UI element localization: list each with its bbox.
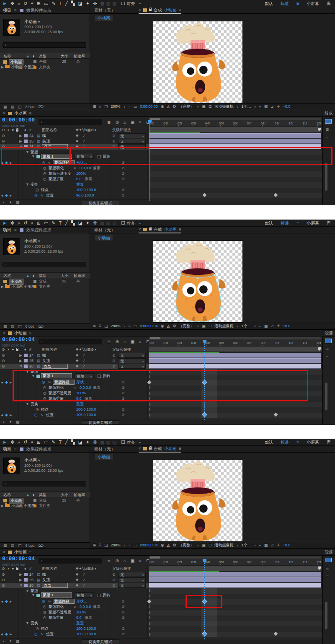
quality-switch-icon[interactable]: ❖ bbox=[75, 139, 79, 144]
zoom-tool-icon[interactable]: ⌕ bbox=[18, 439, 20, 446]
puppet-pin-tool-icon[interactable]: ✜ bbox=[93, 0, 97, 7]
pickwhip-icon[interactable]: ⊘ bbox=[121, 187, 125, 193]
draft-3d-icon[interactable]: ⊕ bbox=[115, 119, 119, 125]
workspace-item[interactable]: 库 bbox=[327, 220, 331, 227]
align-checkbox[interactable] bbox=[121, 440, 125, 444]
timeline-search-input[interactable]: ⌕ bbox=[39, 119, 102, 125]
stopwatch-icon[interactable]: ◷ bbox=[43, 176, 46, 182]
keyframe-toggle-icon[interactable]: ◆ bbox=[5, 599, 8, 604]
project-tab[interactable]: 项目 bbox=[3, 227, 11, 233]
glasses-icon[interactable]: ◫ bbox=[104, 323, 108, 329]
collapse-arrow-icon[interactable]: ▼ bbox=[19, 583, 23, 588]
camera-select[interactable]: 活动摄像机 bbox=[214, 104, 233, 109]
project-search-input[interactable]: ⌕ bbox=[3, 42, 86, 48]
workspace-item[interactable]: 默认 bbox=[265, 0, 273, 7]
region-of-interest-icon[interactable]: ▭ bbox=[134, 104, 137, 109]
keyframe-toggle-icon[interactable]: ◆ bbox=[5, 412, 8, 418]
layer-name[interactable]: 头顶 bbox=[42, 577, 50, 583]
panel-menu-icon[interactable]: ≡ bbox=[14, 227, 17, 233]
pen-tool-icon[interactable]: ✎ bbox=[52, 0, 55, 7]
pickwhip-icon[interactable]: ⊘ bbox=[121, 412, 125, 418]
label-color-chip[interactable] bbox=[24, 365, 28, 368]
footage-tab[interactable]: 素材（无） bbox=[94, 227, 115, 233]
close-icon[interactable]: × bbox=[3, 111, 5, 116]
brush-tool-icon[interactable]: ╱ bbox=[65, 0, 68, 7]
next-keyframe-icon[interactable]: ▶ bbox=[10, 412, 12, 418]
pen-tool-icon[interactable]: ✎ bbox=[52, 439, 55, 446]
anchor-value[interactable]: 100.0,100.0 bbox=[76, 407, 96, 412]
playhead-cap[interactable] bbox=[148, 120, 152, 124]
mask-feather-label[interactable]: 蒙版羽化 bbox=[49, 604, 64, 610]
mini-flowchart-icon[interactable]: ≣ bbox=[107, 558, 111, 564]
mask-expansion-label[interactable]: 蒙版扩展 bbox=[49, 176, 64, 182]
puppet-pin-tool-icon[interactable]: ✜ bbox=[93, 220, 97, 227]
close-icon[interactable]: × bbox=[139, 445, 141, 452]
sort-arrow-icon[interactable]: ▲ bbox=[26, 53, 30, 59]
keyframe-toggle-icon[interactable]: ◆ bbox=[5, 631, 8, 637]
region-of-interest-icon[interactable]: ▭ bbox=[134, 323, 137, 329]
pickwhip-icon[interactable]: ⊘ bbox=[121, 604, 125, 610]
stopwatch-icon[interactable]: ◷ bbox=[36, 187, 39, 193]
viewer-current-time[interactable]: 0:00:00:04 bbox=[140, 323, 158, 329]
next-keyframe-icon[interactable]: ▶ bbox=[10, 599, 12, 604]
position-row[interactable]: ◀ ◆ ▶ ◷ ∿ 位置 105.0,100.0 ⊘ bbox=[0, 631, 149, 637]
layer-name[interactable]: 头顶 bbox=[42, 358, 50, 364]
label-color-chip[interactable] bbox=[24, 359, 28, 362]
roto-brush-tool-icon[interactable]: ✦ bbox=[86, 439, 90, 446]
draft-3d-icon[interactable]: ⊕ bbox=[115, 558, 119, 564]
effect-controls-tab[interactable]: 效果控件点点 bbox=[26, 7, 52, 14]
position-row[interactable]: ◀ ◆ ▶ ◷ ∿ 位置 105.0,100.0 ⊘ bbox=[0, 412, 149, 418]
anchor-value[interactable]: 100.0,100.0 bbox=[76, 626, 96, 631]
eye-icon[interactable]: ⊙ bbox=[2, 583, 5, 588]
pickwhip-icon[interactable]: ⊘ bbox=[112, 364, 116, 369]
parent-link-header[interactable]: 父级和链接 bbox=[112, 566, 131, 572]
layer-duration-bar-selected[interactable] bbox=[149, 583, 321, 588]
collapse-arrow-icon[interactable]: ▼ bbox=[26, 401, 29, 407]
show-snapshot-icon[interactable]: ◭ bbox=[167, 104, 170, 109]
mask-opacity-value[interactable]: 100% bbox=[76, 171, 86, 176]
trash-icon[interactable]: ⌦ bbox=[39, 324, 44, 329]
parent-select[interactable]: 无∨ bbox=[118, 133, 146, 138]
anchor-label[interactable]: 锚点 bbox=[41, 626, 49, 631]
layer-name-edit[interactable]: 点点 bbox=[42, 583, 68, 588]
position-label[interactable]: 位置 bbox=[46, 631, 54, 637]
prev-keyframe-icon[interactable]: ◀ bbox=[1, 412, 3, 418]
new-folder-icon[interactable]: ▤ bbox=[11, 104, 15, 110]
anchor-label[interactable]: 锚点 bbox=[41, 187, 49, 193]
safe-margins-icon[interactable]: ⌗ bbox=[129, 323, 131, 329]
vertical-scrollbar[interactable] bbox=[325, 383, 327, 410]
safe-margins-icon[interactable]: ⌗ bbox=[129, 543, 131, 548]
layer-name-edit[interactable]: 点点 bbox=[42, 364, 68, 369]
work-area-bar[interactable] bbox=[149, 127, 322, 132]
project-row-composition[interactable]: 小动画 合成 25 ⁂ bbox=[0, 498, 90, 503]
fast-preview-icon[interactable]: ▦ bbox=[264, 323, 268, 329]
expand-arrow-icon[interactable]: ▶ bbox=[19, 577, 22, 583]
eye-icon[interactable]: ⊙ bbox=[2, 572, 5, 577]
fast-preview-icon[interactable]: ▦ bbox=[264, 104, 268, 109]
layer-name-header[interactable]: 图层名称 bbox=[42, 347, 57, 352]
position-value[interactable]: 96.0,100.0 bbox=[76, 193, 94, 198]
pan-behind-tool-icon[interactable]: ⊞ bbox=[37, 439, 41, 446]
mask-opacity-row[interactable]: ◷ 蒙版不透明度 100% ⊘ bbox=[0, 171, 149, 176]
mask-opacity-value[interactable]: 100% bbox=[76, 610, 86, 615]
mask-feather-label[interactable]: 蒙版羽化 bbox=[49, 166, 64, 171]
workspace-item[interactable]: 默认 bbox=[265, 439, 273, 446]
mask-expansion-value[interactable]: 0.0 bbox=[76, 176, 82, 182]
eye-icon[interactable]: ⊙ bbox=[2, 133, 5, 139]
mask-opacity-label[interactable]: 蒙版不透明度 bbox=[49, 610, 71, 615]
snapshot-icon[interactable]: ◉ bbox=[161, 104, 164, 109]
clone-stamp-tool-icon[interactable]: ▚ bbox=[71, 220, 75, 227]
magnification-select[interactable]: 200% bbox=[111, 543, 120, 548]
label-color-chip[interactable] bbox=[24, 578, 28, 582]
quality-switch-icon[interactable]: ❖ bbox=[75, 364, 79, 369]
brainstorm-icon[interactable]: ▦ bbox=[16, 639, 20, 644]
panel-menu-icon[interactable]: ≡ bbox=[29, 111, 32, 116]
trash-icon[interactable]: ⌦ bbox=[39, 543, 44, 548]
workspace-item[interactable]: 标准 bbox=[281, 0, 289, 7]
always-preview-icon[interactable]: ⊞ bbox=[93, 104, 96, 109]
layer-duration-bar[interactable] bbox=[149, 572, 321, 577]
timeline-tab[interactable]: 小动画 bbox=[14, 111, 27, 116]
timeline-icon[interactable]: ⊿ bbox=[271, 104, 274, 109]
mask-feather-value[interactable]: 0.0,0.0 bbox=[80, 166, 91, 171]
project-tab[interactable]: 项目 bbox=[3, 7, 11, 14]
